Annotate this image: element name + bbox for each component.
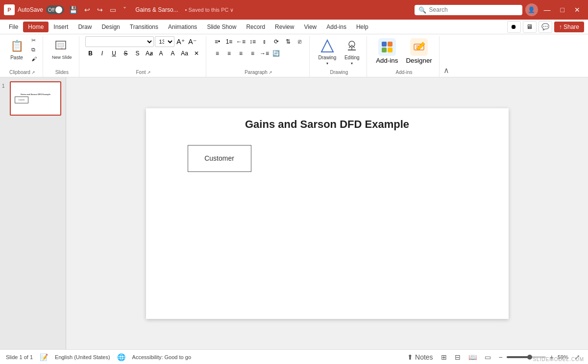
slide-canvas[interactable]: Gains and Sarson DFD Example Customer (146, 108, 509, 319)
cut-button[interactable]: ✂ (29, 36, 39, 45)
decrease-font-button[interactable]: A⁻ (187, 36, 198, 47)
paste-button[interactable]: 📋 Paste (6, 36, 27, 62)
menu-item-draw[interactable]: Draw (73, 22, 97, 32)
slide-thumb-1[interactable]: 1 Gains and Sarson DFD Example Customer (2, 81, 64, 116)
highlight-button[interactable]: A (168, 48, 178, 59)
record-icon-button[interactable]: ⏺ (507, 21, 521, 33)
font-color-button[interactable]: A (156, 48, 167, 59)
save-button[interactable]: 💾 (67, 5, 79, 15)
drawing-button[interactable]: Drawing ▾ (316, 36, 340, 68)
thumb-box-text: Customer (18, 99, 24, 101)
search-input[interactable] (429, 6, 517, 13)
font-group: 13 A⁺ A⁻ B I U S S Aⱥ A A Aa ✕ (81, 36, 206, 77)
drawing-icon (319, 38, 335, 54)
normal-view-button[interactable]: ⊞ (439, 352, 449, 362)
reading-view-button[interactable]: 📖 (466, 352, 479, 362)
font-expand-icon[interactable]: ↗ (147, 70, 151, 75)
editing-button[interactable]: Editing ▾ (341, 36, 363, 68)
copy-button[interactable]: ⧉ (29, 46, 39, 54)
search-box[interactable]: 🔍 (415, 5, 522, 15)
increase-font-button[interactable]: A⁺ (175, 36, 186, 47)
justify-button[interactable]: ≡ (247, 48, 258, 59)
undo-button[interactable]: ↩ (82, 5, 92, 15)
autosave-toggle[interactable]: Off (46, 5, 64, 14)
columns-button[interactable]: ⫾ (259, 36, 270, 47)
present-icon-button[interactable]: 🖥 (523, 21, 537, 33)
menu-item-transitions[interactable]: Transitions (125, 22, 163, 32)
notes-panel-toggle[interactable]: 📝 (38, 352, 50, 362)
addins-label: Add-ins (376, 57, 398, 64)
align-center-button[interactable]: ≡ (224, 48, 235, 59)
italic-button[interactable]: I (97, 48, 108, 59)
slide-info: Slide 1 of 1 (6, 354, 33, 360)
addins-button[interactable]: Add-ins (373, 36, 401, 66)
menu-item-slideshow[interactable]: Slide Show (202, 22, 241, 32)
shadow-button[interactable]: S (132, 48, 143, 59)
powerpoint-logo: P (4, 4, 15, 15)
minimize-button[interactable]: — (540, 4, 555, 16)
paragraph-expand-icon[interactable]: ↗ (269, 70, 272, 75)
slide-sorter-button[interactable]: ⊟ (453, 352, 463, 362)
customer-box[interactable]: Customer (188, 145, 251, 172)
slide-thumbnail[interactable]: Gains and Sarson DFD Example Customer (10, 81, 61, 116)
language-button[interactable]: 🌐 (115, 352, 127, 362)
zoom-out-button[interactable]: − (497, 352, 505, 362)
align-left-button[interactable]: ≡ (212, 48, 223, 59)
zoom-fill (507, 356, 530, 358)
smartart-button[interactable]: ⎚ (294, 36, 305, 47)
accessibility-info: Accessibility: Good to go (132, 354, 191, 360)
text-direction-button[interactable]: ⇅ (283, 36, 294, 47)
slides-group: + New Slide Slides (45, 36, 79, 77)
text-case-button[interactable]: Aa (179, 48, 190, 59)
title-bar-left: P AutoSave Off 💾 ↩ ↪ ▭ ˅ Gains & Sarso..… (4, 4, 412, 15)
menu-item-review[interactable]: Review (270, 22, 299, 32)
close-button[interactable]: ✕ (570, 4, 584, 16)
font-size-select[interactable]: 13 (155, 36, 174, 47)
notes-button[interactable]: ⬆ Notes (405, 352, 435, 362)
underline-button[interactable]: U (109, 48, 120, 59)
comment-icon-button[interactable]: 💬 (539, 21, 552, 33)
clipboard-expand-icon[interactable]: ↗ (31, 70, 35, 75)
svg-rect-11 (388, 48, 392, 52)
svg-rect-10 (382, 48, 387, 52)
menu-item-design[interactable]: Design (97, 22, 124, 32)
menu-item-file[interactable]: File (4, 22, 23, 32)
numbering-button[interactable]: 1≡ (224, 36, 235, 47)
format-painter-button[interactable]: 🖌 (29, 55, 39, 63)
align-right-button[interactable]: ≡ (236, 48, 246, 59)
menu-item-record[interactable]: Record (241, 22, 270, 32)
share-button[interactable]: ↑ Share (554, 22, 584, 32)
slide-number: 1 (2, 83, 8, 89)
direction-button[interactable]: ⟳ (271, 36, 282, 47)
bold-button[interactable]: B (85, 48, 96, 59)
ribbon-collapse-button[interactable]: ∧ (441, 66, 451, 75)
maximize-button[interactable]: □ (557, 4, 568, 16)
indent-more-button[interactable]: →≡ (259, 48, 270, 59)
new-slide-button[interactable]: + New Slide (49, 36, 75, 62)
clear-format-button[interactable]: ✕ (191, 48, 202, 59)
convert-to-smartart-button[interactable]: 🔄 (271, 48, 282, 59)
menu-item-animations[interactable]: Animations (163, 22, 202, 32)
font-section: 13 A⁺ A⁻ B I U S S Aⱥ A A Aa ✕ (85, 36, 202, 59)
menu-item-insert[interactable]: Insert (49, 22, 73, 32)
char-spacing-button[interactable]: Aⱥ (144, 48, 155, 59)
customer-text: Customer (204, 154, 234, 162)
status-bar: Slide 1 of 1 📝 English (United States) 🌐… (0, 349, 588, 364)
zoom-thumb (527, 355, 532, 360)
menu-item-addins[interactable]: Add-ins (321, 22, 351, 32)
line-spacing-button[interactable]: ↕≡ (247, 36, 258, 47)
customize-button[interactable]: ˅ (121, 5, 128, 15)
redo-button[interactable]: ↪ (95, 5, 105, 15)
menu-item-view[interactable]: View (299, 22, 321, 32)
presentation-button[interactable]: ▭ (483, 352, 493, 362)
menu-item-home[interactable]: Home (23, 22, 49, 32)
strikethrough-button[interactable]: S (121, 48, 131, 59)
present-button[interactable]: ▭ (108, 5, 118, 15)
bullets-button[interactable]: ≡• (212, 36, 223, 47)
font-name-select[interactable] (85, 36, 154, 47)
slide-thumb-inner: Gains and Sarson DFD Example Customer (11, 82, 60, 115)
profile-avatar[interactable]: 👤 (525, 3, 538, 16)
indent-less-button[interactable]: ←≡ (236, 36, 246, 47)
designer-button[interactable]: Designer (403, 36, 435, 66)
menu-item-help[interactable]: Help (351, 22, 373, 32)
